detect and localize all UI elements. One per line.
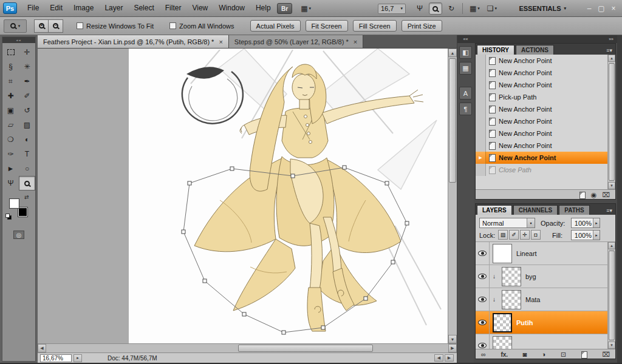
history-state-gutter[interactable] (476, 79, 486, 91)
layer-row-selected[interactable]: Putih (476, 311, 615, 334)
lock-all-button[interactable]: ◘ (531, 230, 541, 240)
expand-dock-button[interactable]: «« (457, 35, 474, 43)
history-state-selected[interactable]: ▶New Anchor Point (476, 152, 615, 164)
zoom-tool[interactable] (19, 176, 35, 190)
menu-edit[interactable]: Edit (44, 0, 68, 16)
history-state-gutter[interactable] (476, 67, 486, 79)
visibility-toggle[interactable] (476, 242, 490, 265)
slider-flyout-icon[interactable]: ▸ (593, 231, 600, 240)
close-button[interactable]: × (607, 3, 620, 14)
launch-bridge-button[interactable]: Br (277, 3, 292, 14)
history-state-undone[interactable]: Close Path (476, 164, 615, 176)
close-tab-icon[interactable]: × (219, 38, 222, 46)
history-state-gutter[interactable] (476, 91, 486, 103)
history-state[interactable]: New Anchor Point (476, 140, 615, 152)
quick-selection-tool[interactable]: ✳ (19, 59, 35, 74)
menu-file[interactable]: File (22, 0, 44, 16)
zoom-level-field[interactable]: 16,7 ▾ (378, 4, 406, 14)
history-state-gutter[interactable] (476, 127, 486, 140)
layer-row[interactable]: Lineart (476, 242, 615, 265)
zoom-tool-button[interactable] (429, 2, 442, 15)
dodge-tool[interactable]: ◐ (19, 132, 35, 147)
pen-tool[interactable]: ✑ (2, 147, 19, 161)
slider-flyout-icon[interactable]: ▸ (593, 218, 600, 228)
brush-tool[interactable]: ✐ (19, 89, 35, 103)
scroll-down-button[interactable]: ▼ (608, 342, 615, 349)
vertical-scroll-thumb[interactable] (449, 58, 456, 183)
blend-mode-select[interactable]: Normal ▾ (479, 218, 535, 228)
scroll-left-button[interactable]: ◀ (434, 354, 443, 362)
layer-thumbnail[interactable] (493, 313, 512, 332)
history-state[interactable]: New Anchor Point (476, 115, 615, 127)
add-layer-mask-button[interactable]: ◙ (523, 351, 527, 358)
menu-help[interactable]: Help (250, 0, 276, 16)
opacity-field[interactable]: 100% ▸ (571, 218, 600, 228)
arrange-documents-button[interactable]: ▦ ▾ (467, 2, 482, 15)
eyedropper-tool[interactable]: ✒ (19, 74, 35, 89)
zoom-out-button[interactable]: − (49, 19, 63, 33)
vertical-scrollbar[interactable]: ▲ ▼ (448, 49, 457, 343)
history-state-gutter[interactable] (476, 103, 486, 115)
lock-image-button[interactable]: ✐ (509, 230, 519, 240)
new-adjustment-layer-button[interactable]: ◑ (542, 351, 546, 358)
hand-tool[interactable]: Ψ (2, 176, 19, 190)
minimize-button[interactable]: – (583, 3, 595, 14)
character-panel-button[interactable]: A (459, 87, 472, 99)
zoom-all-checkbox[interactable] (169, 22, 176, 29)
panel-menu-icon[interactable]: ≡▾ (606, 47, 615, 55)
tool-preset-picker[interactable]: ▾ (4, 19, 27, 33)
swap-colors-icon[interactable]: ⇄ (24, 194, 29, 200)
canvas-area[interactable] (38, 49, 448, 343)
new-group-button[interactable]: ⊡ (561, 351, 566, 358)
eraser-tool[interactable]: ▱ (2, 118, 19, 132)
new-snapshot-button[interactable]: ◉ (591, 192, 597, 198)
history-state-gutter[interactable] (476, 115, 486, 127)
menu-select[interactable]: Select (128, 0, 159, 16)
history-state-gutter[interactable] (476, 140, 486, 152)
history-state[interactable]: New Anchor Point (476, 55, 615, 67)
status-popup-button[interactable]: ▸ (73, 354, 82, 362)
healing-brush-tool[interactable]: ✚ (2, 89, 19, 103)
delete-layer-button[interactable]: ⌧ (602, 351, 610, 358)
history-state-gutter[interactable] (476, 55, 486, 67)
delete-state-button[interactable]: ⌧ (602, 192, 610, 198)
actual-pixels-button[interactable]: Actual Pixels (250, 20, 301, 32)
history-state[interactable]: New Anchor Point (476, 67, 615, 79)
fill-field[interactable]: 100% ▸ (571, 230, 600, 240)
hand-tool-button[interactable]: Ψ (413, 2, 426, 15)
menu-image[interactable]: Image (68, 0, 99, 16)
scroll-right-button[interactable]: ▶ (448, 344, 457, 352)
resize-windows-checkbox[interactable] (77, 22, 83, 29)
panel-menu-icon[interactable]: ≡▾ (606, 207, 615, 215)
layer-style-button[interactable]: fx. (501, 352, 508, 358)
horizontal-scroll-thumb[interactable] (238, 345, 373, 352)
screen-mode-button[interactable]: ❏ ▾ (485, 2, 499, 15)
tab-channels[interactable]: CHANNELS (513, 205, 558, 215)
history-scrollbar[interactable]: ▲ ▼ (607, 55, 615, 189)
type-tool[interactable]: T (19, 147, 35, 161)
blur-tool[interactable]: ❍ (2, 132, 19, 147)
new-document-from-state-button[interactable] (579, 192, 586, 199)
scroll-down-button[interactable]: ▼ (448, 335, 457, 343)
history-state[interactable]: New Anchor Point (476, 127, 615, 140)
new-layer-button[interactable] (581, 351, 587, 359)
layer-thumbnail[interactable] (502, 290, 521, 309)
status-zoom-field[interactable]: 16,67% (40, 354, 72, 362)
menu-filter[interactable]: Filter (160, 0, 187, 16)
menu-window[interactable]: Window (213, 0, 250, 16)
scroll-up-button[interactable]: ▲ (608, 55, 615, 62)
tab-layers[interactable]: LAYERS (477, 205, 512, 215)
scroll-up-button[interactable]: ▲ (608, 242, 615, 249)
visibility-toggle[interactable] (476, 311, 490, 334)
gradient-tool[interactable]: ▨ (19, 118, 35, 132)
history-state-gutter[interactable] (476, 164, 486, 176)
swatches-panel-button[interactable]: ▦ (459, 62, 472, 75)
default-colors-icon[interactable] (5, 214, 12, 220)
scroll-right-button[interactable]: ▶ (445, 354, 454, 362)
scroll-left-button[interactable]: ◀ (38, 344, 46, 352)
workspace-switcher[interactable]: ESSENTIALS ▾ (519, 0, 566, 17)
view-extras-button[interactable]: ▦ ▾ (298, 2, 313, 15)
lasso-tool[interactable]: § (2, 59, 19, 74)
collapse-dock-button[interactable]: »» (474, 35, 617, 43)
fit-screen-button[interactable]: Fit Screen (306, 20, 348, 32)
